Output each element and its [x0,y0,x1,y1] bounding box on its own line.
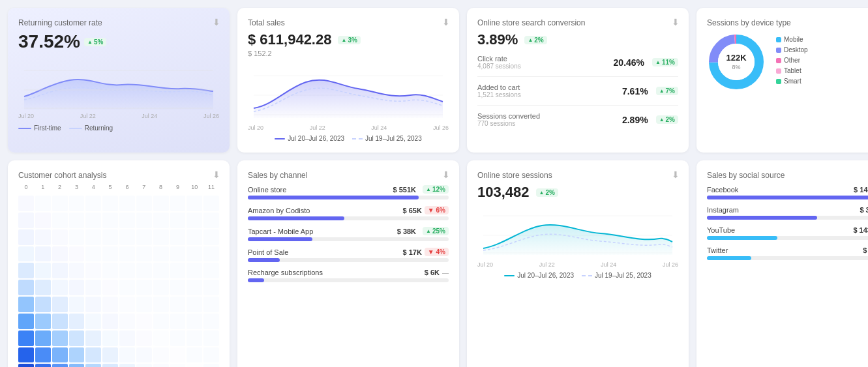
cohort-cell [153,213,169,228]
cohort-cell [85,330,101,346]
cohort-cell [102,297,118,312]
cohort-cell [170,280,186,295]
cohort-cell [203,330,219,346]
channel-row: Point of Sale $ 17K ▼ 4% [248,248,449,262]
cohort-cell [136,213,152,228]
export-icon-sales[interactable]: ⬇ [442,17,450,27]
cohort-cell [187,263,202,278]
cohort-cell [35,314,51,329]
cohort-cell [136,263,152,278]
device-legend-row: Smart 1 2% [776,78,868,85]
cohort-cell [85,347,101,363]
cohort-cell [187,314,202,329]
device-color-dot [776,48,781,53]
social-row: Twitter $ 307 ▼ 4% [707,246,868,260]
device-color-dot [776,37,781,42]
cohort-title: Customer cohort analysis [18,171,219,180]
cohort-cell [170,314,186,329]
export-icon[interactable]: ⬇ [213,17,220,27]
cohort-cell [187,364,202,367]
cohort-cell [119,263,135,278]
cohort-cell [69,364,85,367]
cohort-cell [153,280,169,295]
channel-row: Amazon by Codisto $ 65K ▼ 6% [248,206,449,220]
cohort-cell [153,196,169,211]
search-conv-title: Online store search conversion [477,18,678,27]
export-icon-search[interactable]: ⬇ [672,17,680,27]
cohort-cell [102,330,118,346]
cohort-cell [119,280,135,295]
cohort-cell [119,347,135,363]
sessions-chart [477,206,678,258]
metric-row: Click rate 4,087 sessions 20.46% 11% [477,48,678,77]
cohort-cell [102,213,118,228]
svg-text:122K: 122K [726,53,747,63]
cohort-cell [136,314,152,329]
export-icon-cohort[interactable]: ⬇ [213,169,220,180]
search-metrics: Click rate 4,087 sessions 20.46% 11% Add… [477,48,678,134]
sales-x-axis: Jul 20Jul 22Jul 24Jul 26 [248,125,449,131]
cohort-cell [203,213,219,228]
cohort-cell [52,213,68,228]
channel-list: Online store $ 551K 12% Amazon by Codist… [248,185,449,282]
device-legend-row: Tablet 701 1% [776,67,868,74]
cohort-cell [187,196,202,211]
export-icon-sessions[interactable]: ⬇ [672,169,680,180]
social-card: Sales by social source ⬇ Facebook $ 14.3… [696,160,868,367]
total-sales-value: $ 611,942.28 [248,31,331,48]
cohort-cell [170,330,186,346]
cohort-cell [18,280,34,295]
channel-row: Tapcart - Mobile App $ 38K 25% [248,227,449,241]
cohort-cell [203,280,219,295]
cohort-cell [18,196,34,211]
cohort-cell [69,314,85,329]
cohort-cell [136,364,152,367]
cohort-cell [187,280,202,295]
device-card: Sessions by device type ⬇ 122K 8% Mobile… [696,8,868,153]
cohort-cell [153,330,169,346]
cohort-header: 0 1 2 3 4 5 6 7 8 9 10 11 [18,184,219,190]
cohort-cell [170,196,186,211]
cohort-cell [136,330,152,346]
sessions-badge: 2% [536,188,558,197]
cohort-cell [153,364,169,367]
cohort-cell [187,297,202,312]
cohort-cell [18,229,34,245]
cohort-cell [203,314,219,329]
cohort-cell [85,297,101,312]
cohort-cell [102,246,118,262]
social-row: Instagram $ 3.3K ▼ 1% [707,205,868,220]
cohort-cell [69,330,85,346]
cohort-cell [170,297,186,312]
cohort-cell [153,314,169,329]
cohort-cell [170,347,186,363]
cohort-cell [102,347,118,363]
donut-chart: 122K 8% [707,33,766,91]
donut-container: 122K 8% Mobile 91,473 8% Desktop 29,476 … [707,33,868,91]
cohort-cell [170,246,186,262]
cohort-cell [136,347,152,363]
returning-customer-card: Returning customer rate 37.52% 5% ⬇ [8,8,230,153]
total-sales-card: Total sales ⬇ $ 611,942.28 3% $ 152.2 Ju… [237,8,459,153]
cohort-cell [69,263,85,278]
cohort-grid [18,196,219,367]
channel-row: Online store $ 551K 12% [248,185,449,199]
cohort-cell [35,229,51,245]
cohort-cell [102,229,118,245]
cohort-cell [119,330,135,346]
sales-channel-card: Sales by channel ⬇ Online store $ 551K 1… [237,160,459,367]
cohort-cell [35,263,51,278]
cohort-cell [18,297,34,312]
legend-returning: Returning [69,125,113,132]
cohort-cell [69,196,85,211]
cohort-cell [119,229,135,245]
cohort-cell [187,213,202,228]
cohort-cell [35,364,51,367]
cohort-cell [35,297,51,312]
export-icon-channel[interactable]: ⬇ [442,169,450,180]
cohort-cell [18,213,34,228]
cohort-cell [18,263,34,278]
search-conv-badge: 2% [524,36,546,44]
cohort-cell [18,330,34,346]
device-title: Sessions by device type [707,18,868,27]
